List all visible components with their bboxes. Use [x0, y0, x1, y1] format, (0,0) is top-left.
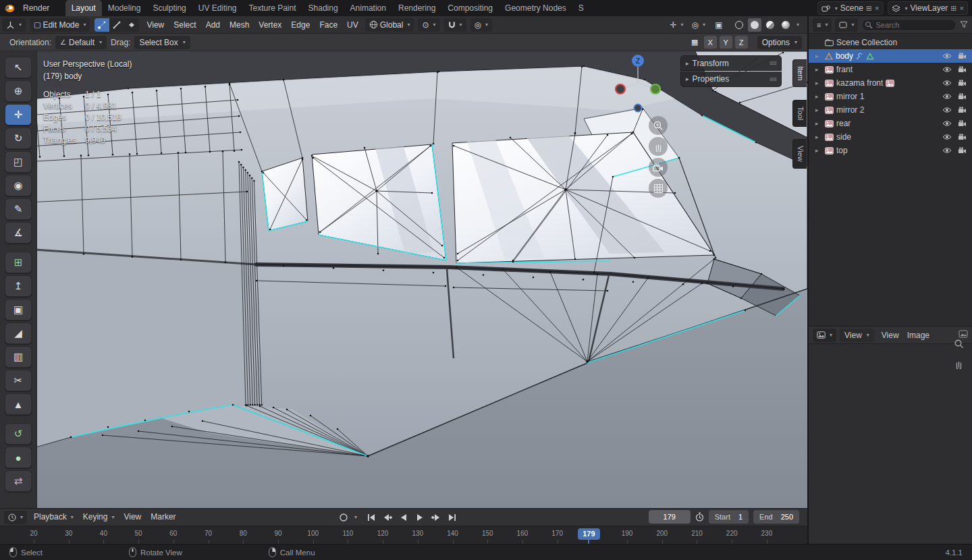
- scene-collection-row[interactable]: ▸ Scene Collection: [809, 36, 972, 49]
- tool-rotate-button[interactable]: ↻: [5, 128, 32, 149]
- navigation-gizmo[interactable]: Z: [599, 51, 677, 113]
- expand-caret-icon[interactable]: ▸: [815, 80, 822, 86]
- render-visibility-icon[interactable]: [958, 66, 967, 73]
- vp-menu-face[interactable]: Face: [315, 16, 342, 34]
- workspace-tab-sculpting[interactable]: Sculpting: [146, 0, 192, 16]
- new-scene-icon[interactable]: ⊞: [866, 4, 872, 13]
- tool-cursor-button[interactable]: ⊕: [5, 80, 32, 102]
- pan-hand-icon[interactable]: [954, 359, 964, 371]
- solid-shading-button[interactable]: [748, 18, 761, 32]
- outliner-item-mirror-2[interactable]: ▸mirror 2: [809, 103, 972, 117]
- outliner-item-top[interactable]: ▸top: [809, 144, 972, 157]
- workspace-tab-texture-paint[interactable]: Texture Paint: [243, 0, 302, 16]
- workspace-tab-geometry-nodes[interactable]: Geometry Nodes: [499, 0, 572, 16]
- image-link-icon[interactable]: [959, 330, 968, 338]
- rendered-shading-button[interactable]: [779, 18, 792, 32]
- render-visibility-icon[interactable]: [958, 134, 967, 140]
- mirror-x-toggle[interactable]: X: [704, 36, 717, 49]
- frame-start-field[interactable]: Start1: [709, 510, 749, 524]
- zoom-button[interactable]: [649, 116, 668, 135]
- expand-caret-icon[interactable]: ▸: [815, 66, 822, 73]
- outliner-item-kazama-front[interactable]: ▸kazama front: [809, 76, 972, 90]
- outliner-item-mirror-1[interactable]: ▸mirror 1: [809, 90, 972, 103]
- tool-transform-button[interactable]: ◉: [5, 175, 32, 196]
- image-editor-menu-image[interactable]: Image: [903, 327, 934, 344]
- stopwatch-icon[interactable]: [695, 512, 704, 522]
- eye-visibility-icon[interactable]: [942, 107, 952, 113]
- tl-menu-view[interactable]: View: [119, 509, 146, 526]
- tool-edge-slide-button[interactable]: ⇄: [5, 470, 32, 492]
- show-gizmo-dropdown[interactable]: ✛▾: [667, 18, 686, 32]
- xray-toggle[interactable]: ▣: [711, 18, 727, 32]
- play-button[interactable]: [412, 511, 427, 524]
- render-visibility-icon[interactable]: [958, 107, 967, 113]
- gizmo-z-axis[interactable]: Z: [636, 57, 640, 65]
- viewport-3d-canvas[interactable]: [0, 51, 807, 508]
- vp-menu-uv[interactable]: UV: [342, 16, 363, 34]
- zoom-icon[interactable]: [954, 339, 964, 351]
- pivot-point-dropdown[interactable]: ⊙▾: [418, 18, 439, 32]
- transform-orientation-dropdown[interactable]: Global ▾: [365, 18, 414, 32]
- eye-visibility-icon[interactable]: [942, 134, 952, 140]
- tool-inset-faces-button[interactable]: ▣: [5, 299, 32, 320]
- vp-menu-select[interactable]: Select: [169, 16, 200, 34]
- jump-to-start-button[interactable]: [364, 511, 379, 524]
- workspace-tab-compositing[interactable]: Compositing: [441, 0, 499, 16]
- play-reverse-button[interactable]: [396, 511, 411, 524]
- drag-dropdown[interactable]: Select Box▾: [134, 36, 190, 49]
- orthographic-grid-button[interactable]: [649, 179, 668, 198]
- workspace-tab-shading[interactable]: Shading: [302, 0, 344, 16]
- blender-logo-icon[interactable]: [0, 3, 18, 13]
- panel-drag-handle-icon[interactable]: ≡≡: [770, 59, 776, 67]
- workspace-tab-animation[interactable]: Animation: [344, 0, 392, 16]
- image-editor-mode-dropdown[interactable]: View▾: [840, 329, 874, 342]
- render-visibility-icon[interactable]: [958, 80, 967, 86]
- eye-visibility-icon[interactable]: [942, 53, 952, 59]
- jump-to-end-button[interactable]: [445, 511, 460, 524]
- expand-caret-icon[interactable]: ▸: [815, 107, 822, 113]
- tool-spin-button[interactable]: ↺: [5, 423, 32, 445]
- frame-end-field[interactable]: End250: [753, 510, 799, 524]
- current-frame-field[interactable]: 179: [649, 510, 691, 524]
- workspace-tab-uv-editing[interactable]: UV Editing: [192, 0, 243, 16]
- wireframe-shading-button[interactable]: [732, 18, 746, 32]
- orientation-dropdown[interactable]: ∠Default▾: [55, 36, 107, 49]
- mirror-z-toggle[interactable]: Z: [735, 36, 748, 49]
- vp-menu-vertex[interactable]: Vertex: [254, 16, 286, 34]
- tool-move-button[interactable]: ✛: [5, 104, 32, 125]
- timeline-ruler[interactable]: 179 203040506070809010011012013014015016…: [0, 526, 807, 544]
- close-viewlayer-icon[interactable]: ×: [960, 4, 964, 12]
- edge-select-icon[interactable]: [109, 18, 124, 32]
- sidebar-tab-tool[interactable]: Tool: [792, 100, 807, 127]
- current-frame-indicator[interactable]: 179: [578, 528, 599, 540]
- vp-menu-mesh[interactable]: Mesh: [225, 16, 254, 34]
- mode-dropdown[interactable]: ▢ Edit Mode ▾: [30, 18, 90, 32]
- vp-menu-view[interactable]: View: [142, 16, 169, 34]
- outliner-item-side[interactable]: ▸side: [809, 130, 972, 144]
- tool-knife-button[interactable]: ✂: [5, 370, 32, 391]
- eye-visibility-icon[interactable]: [942, 80, 952, 86]
- snap-grid-icon[interactable]: ▦: [688, 36, 701, 49]
- image-editor-menu-view[interactable]: View: [878, 327, 903, 344]
- workspace-tab-rendering[interactable]: Rendering: [392, 0, 441, 16]
- tl-menu-keying[interactable]: Keying▾: [78, 509, 119, 526]
- expand-caret-icon[interactable]: ▸: [815, 120, 822, 127]
- render-visibility-icon[interactable]: [958, 93, 967, 100]
- face-select-icon[interactable]: [124, 18, 139, 32]
- expand-caret-icon[interactable]: ▸: [815, 53, 822, 59]
- scene-selector[interactable]: ▾ Scene ⊞ ×: [817, 1, 884, 15]
- tl-menu-marker[interactable]: Marker: [146, 509, 180, 526]
- workspace-tab-modeling[interactable]: Modeling: [102, 0, 147, 16]
- mirror-y-toggle[interactable]: Y: [720, 36, 732, 49]
- search-input[interactable]: [861, 19, 956, 31]
- eye-visibility-icon[interactable]: [942, 147, 952, 154]
- tool-add-cube-button[interactable]: ⊞: [5, 252, 32, 273]
- tool-bevel-button[interactable]: ◢: [5, 323, 32, 344]
- gizmo-x-axis[interactable]: [616, 84, 625, 94]
- pan-hand-button[interactable]: [649, 137, 668, 156]
- render-visibility-icon[interactable]: [958, 53, 967, 59]
- snap-dropdown[interactable]: ▾: [444, 18, 466, 32]
- outliner-item-rear[interactable]: ▸rear: [809, 117, 972, 130]
- gizmo-y-axis[interactable]: [651, 84, 660, 94]
- editor-type-button[interactable]: ▾: [2, 18, 26, 32]
